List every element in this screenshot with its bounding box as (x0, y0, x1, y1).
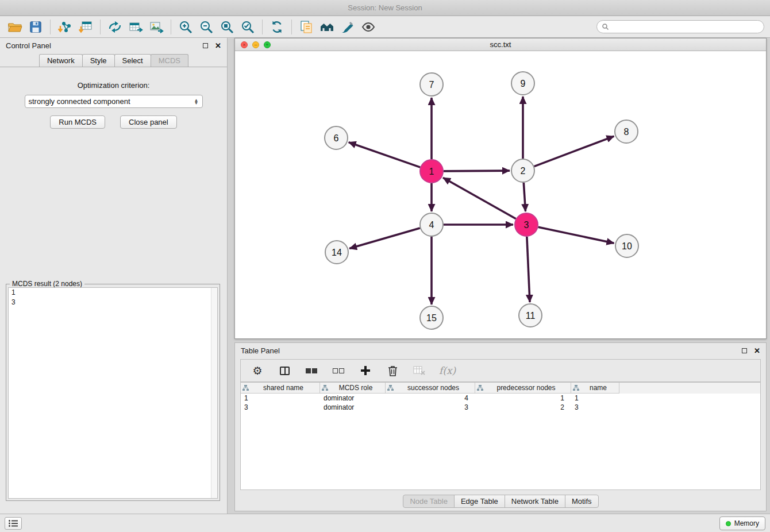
style-button[interactable] (337, 18, 358, 36)
zoom-selected-icon (240, 20, 255, 34)
select-stepper-icon: ▲▼ (194, 99, 199, 105)
table-cell[interactable]: dominator (320, 403, 386, 412)
delete-column-button[interactable] (385, 363, 400, 378)
graph-node-4[interactable]: 4 (420, 213, 443, 236)
table-cell[interactable]: dominator (320, 394, 386, 403)
tab-mcds[interactable]: MCDS (151, 54, 188, 67)
zoom-fit-button[interactable] (217, 18, 237, 36)
tab-network[interactable]: Network (39, 54, 83, 67)
tab-motifs[interactable]: Motifs (565, 495, 599, 508)
table-cell[interactable]: 2 (475, 403, 571, 412)
mcds-result-list: 13 (8, 287, 218, 499)
edge-3-11[interactable] (527, 237, 530, 302)
node-label: 2 (521, 166, 526, 176)
table-row[interactable]: 3dominator323 (241, 403, 760, 412)
close-window-icon[interactable]: × (241, 41, 248, 48)
edge-1-2[interactable] (444, 171, 510, 171)
column-header-name[interactable]: name (571, 383, 619, 394)
edge-2-8[interactable] (534, 136, 614, 167)
zoom-out-icon (199, 20, 214, 34)
column-header-mcds-role[interactable]: MCDS role (320, 383, 386, 394)
graph-node-11[interactable]: 11 (519, 304, 542, 327)
select-all-rows-button[interactable] (304, 363, 319, 378)
network-canvas[interactable]: 7968124314101511 (235, 51, 766, 338)
column-header-shared-name[interactable]: shared name (241, 383, 320, 394)
table-cell[interactable]: 4 (386, 394, 475, 403)
float-table-panel-icon[interactable] (742, 348, 747, 353)
import-network-button[interactable] (55, 18, 75, 36)
refresh-button[interactable] (267, 18, 287, 36)
table-cell[interactable]: 1 (475, 394, 571, 403)
optimization-select[interactable]: strongly connected component ▲▼ (25, 95, 203, 108)
deselect-all-rows-button[interactable] (331, 363, 346, 378)
open-session-button[interactable] (5, 18, 25, 36)
save-session-button[interactable] (25, 18, 46, 36)
tab-edge-table[interactable]: Edge Table (454, 495, 505, 508)
edge-3-1[interactable] (443, 178, 516, 218)
edge-2-3[interactable] (523, 183, 525, 211)
control-panel-title: Control Panel (6, 41, 51, 50)
graph-node-14[interactable]: 14 (325, 241, 348, 264)
graph-node-2[interactable]: 2 (511, 159, 534, 182)
close-panel-button[interactable]: Close panel (120, 115, 177, 129)
mcds-result-scrollbar[interactable] (211, 288, 217, 498)
table-cell[interactable]: 3 (386, 403, 475, 412)
show-graphics-button[interactable] (358, 18, 379, 36)
graph-node-9[interactable]: 9 (511, 72, 534, 95)
zoom-out-button[interactable] (196, 18, 217, 36)
float-panel-icon[interactable] (203, 43, 208, 48)
edge-1-6[interactable] (349, 142, 421, 168)
zoom-selected-button[interactable] (237, 18, 258, 36)
optimization-select-value: strongly connected component (29, 97, 130, 106)
column-header-successor-nodes[interactable]: successor nodes (386, 383, 475, 394)
tab-select[interactable]: Select (114, 54, 151, 67)
graph-node-8[interactable]: 8 (615, 120, 638, 143)
show-columns-button[interactable] (277, 363, 292, 378)
column-header-predecessor-nodes[interactable]: predecessor nodes (475, 383, 571, 394)
tab-node-table[interactable]: Node Table (403, 495, 455, 508)
export-table-button[interactable] (125, 18, 146, 36)
close-table-panel-icon[interactable]: ✕ (754, 346, 760, 355)
memory-button[interactable]: Memory (719, 516, 765, 530)
export-image-button[interactable] (146, 18, 167, 36)
graph-node-1[interactable]: 1 (420, 160, 443, 183)
first-neighbors-button[interactable] (317, 18, 337, 36)
close-panel-icon[interactable]: ✕ (215, 41, 221, 50)
table-row[interactable]: 1dominator411 (241, 394, 760, 403)
apply-function-button[interactable]: f(x) (439, 363, 456, 378)
zoom-in-button[interactable] (175, 18, 196, 36)
add-column-button[interactable] (358, 363, 373, 378)
import-table-button[interactable] (75, 18, 96, 36)
table-cell[interactable]: 1 (571, 394, 619, 403)
node-label: 11 (526, 311, 536, 321)
export-network-button[interactable] (105, 18, 125, 36)
graph-node-3[interactable]: 3 (515, 213, 538, 236)
network-from-selection-button[interactable] (296, 18, 317, 36)
search-input[interactable] (613, 23, 759, 31)
function-label: f(x) (439, 365, 456, 376)
plus-icon (360, 365, 371, 376)
column-header-label: shared name (249, 384, 318, 392)
edge-4-14[interactable] (349, 228, 420, 249)
graph-node-10[interactable]: 10 (615, 234, 638, 257)
table-cell[interactable]: 3 (571, 403, 619, 412)
task-history-button[interactable] (5, 517, 22, 530)
search-field[interactable] (596, 20, 764, 33)
run-mcds-button[interactable]: Run MCDS (50, 115, 105, 129)
tab-network-table[interactable]: Network Table (505, 495, 565, 508)
tab-style[interactable]: Style (82, 54, 115, 67)
graph-node-6[interactable]: 6 (325, 126, 348, 149)
table-cell[interactable]: 1 (241, 394, 320, 403)
table-cell[interactable]: 3 (241, 403, 320, 412)
graph-node-15[interactable]: 15 (420, 306, 443, 329)
edge-3-10[interactable] (538, 227, 614, 243)
sort-column-icon (573, 385, 579, 391)
maximize-window-icon[interactable]: + (264, 41, 271, 48)
table-settings-button[interactable]: ⚙ (250, 363, 265, 378)
delete-table-button[interactable] (412, 363, 427, 378)
graph-node-7[interactable]: 7 (420, 73, 443, 96)
toolbar-separator (291, 20, 292, 34)
node-label: 9 (521, 79, 526, 88)
network-window-titlebar: scc.txt × – + (235, 38, 766, 51)
minimize-window-icon[interactable]: – (252, 41, 259, 48)
